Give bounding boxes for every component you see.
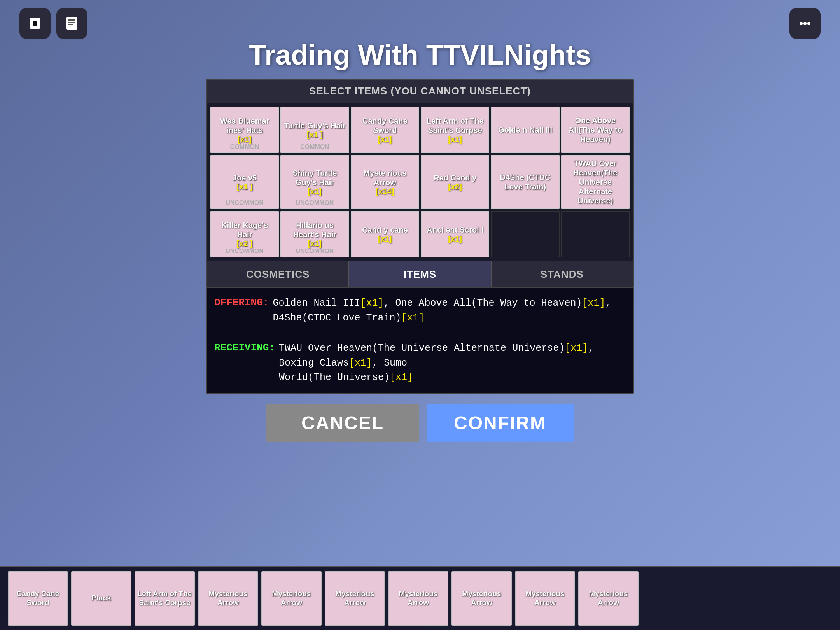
confirm-button[interactable]: CONFIRM bbox=[427, 404, 574, 442]
item-cell-0[interactable]: Wes Bluemar ines' Hats[x1]COMMON bbox=[210, 107, 279, 153]
left-icons bbox=[19, 8, 88, 39]
inventory-item-4[interactable]: Mysterious Arrow bbox=[261, 571, 322, 626]
item-name-9: Red Cand y bbox=[434, 173, 476, 182]
item-name-0: Wes Bluemar ines' Hats bbox=[214, 116, 276, 135]
offering-items: Golden Nail III[x1], One Above All(The W… bbox=[273, 296, 611, 325]
button-row: CANCEL CONFIRM bbox=[206, 394, 634, 450]
tab-bar: COSMETICS ITEMS STANDS bbox=[207, 261, 633, 287]
item-cell-17 bbox=[561, 211, 630, 257]
inventory-item-7[interactable]: Mysterious Arrow bbox=[452, 571, 512, 626]
item-rarity-13: UNCOMMON bbox=[281, 248, 348, 255]
item-cell-8[interactable]: Myste rious Arrow[x14] bbox=[351, 155, 419, 209]
item-name-13: Hillario us Heart's Hair bbox=[284, 220, 346, 239]
item-qty-1: [x1 ] bbox=[307, 130, 323, 139]
item-qty-15: [x1] bbox=[448, 234, 462, 243]
item-qty-0: [x1] bbox=[238, 135, 252, 144]
dialog-box: SELECT ITEMS (YOU CANNOT UNSELECT) Wes B… bbox=[206, 79, 634, 394]
item-rarity-7: UNCOMMON bbox=[281, 200, 348, 206]
notes-icon[interactable] bbox=[56, 8, 88, 39]
trade-info: OFFERING: Golden Nail III[x1], One Above… bbox=[207, 287, 633, 393]
roblox-icon[interactable] bbox=[19, 8, 51, 39]
item-cell-9[interactable]: Red Cand y[x2] bbox=[421, 155, 489, 209]
item-cell-4[interactable]: Golde n Nail III bbox=[491, 107, 559, 153]
item-cell-13[interactable]: Hillario us Heart's Hair[x1]UNCOMMON bbox=[280, 211, 349, 257]
tab-items[interactable]: ITEMS bbox=[349, 261, 491, 287]
item-rarity-6: UNCOMMON bbox=[211, 200, 278, 206]
item-cell-3[interactable]: Left Arm of The Saint's Corpse[x1] bbox=[421, 107, 489, 153]
svg-rect-1 bbox=[33, 21, 37, 26]
item-rarity-12: UNCOMMON bbox=[211, 248, 278, 255]
item-qty-14: [x1] bbox=[378, 234, 392, 243]
item-rarity-0: COMMON bbox=[211, 144, 278, 150]
select-header: SELECT ITEMS (YOU CANNOT UNSELECT) bbox=[207, 80, 633, 103]
item-qty-13: [x1] bbox=[308, 239, 322, 248]
item-name-6: Joe v5 bbox=[233, 173, 257, 182]
item-qty-12: [x2 ] bbox=[237, 239, 253, 248]
item-cell-12[interactable]: Killer Kage's Hair[x2 ]UNCOMMON bbox=[210, 211, 279, 257]
inventory-item-5[interactable]: Mysterious Arrow bbox=[325, 571, 385, 626]
receiving-items: TWAU Over Heaven(The Universe Alternate … bbox=[279, 341, 626, 385]
inventory-item-1[interactable]: Pluck bbox=[71, 571, 131, 626]
main-container: Trading With TTVILNights SELECT ITEMS (Y… bbox=[206, 39, 634, 450]
item-cell-7[interactable]: Shiny Turtle Guy's Hair[x1]UNCOMMON bbox=[280, 155, 349, 209]
top-bar bbox=[0, 8, 840, 39]
item-cell-10[interactable]: D4She (CTDC Love Train) bbox=[491, 155, 559, 209]
svg-point-6 bbox=[800, 22, 803, 25]
offering-row: OFFERING: Golden Nail III[x1], One Above… bbox=[207, 288, 633, 333]
item-cell-6[interactable]: Joe v5[x1 ]UNCOMMON bbox=[210, 155, 279, 209]
item-name-4: Golde n Nail III bbox=[498, 125, 552, 135]
inventory-item-2[interactable]: Left Arm of The Saint's Corpse bbox=[135, 571, 195, 626]
item-name-7: Shiny Turtle Guy's Hair bbox=[284, 168, 346, 187]
item-cell-1[interactable]: Turtle Guy's Hair[x1 ]COMMON bbox=[280, 107, 349, 153]
svg-point-8 bbox=[807, 22, 810, 25]
item-cell-14[interactable]: Cand y cane[x1] bbox=[351, 211, 419, 257]
item-name-5: One Above All(The Way to Heaven) bbox=[564, 116, 626, 144]
inventory-item-3[interactable]: Mysterious Arrow bbox=[198, 571, 258, 626]
item-qty-2: [x1] bbox=[378, 135, 392, 144]
item-name-2: Candy Cane Sword bbox=[354, 116, 416, 135]
menu-icon[interactable] bbox=[789, 8, 821, 39]
svg-point-7 bbox=[803, 22, 807, 25]
receiving-label: RECEIVING: bbox=[214, 341, 275, 354]
item-cell-5[interactable]: One Above All(The Way to Heaven) bbox=[561, 107, 630, 153]
item-name-15: Anci ent Scrol l bbox=[427, 225, 483, 234]
inventory-item-8[interactable]: Mysterious Arrow bbox=[515, 571, 575, 626]
svg-rect-4 bbox=[68, 22, 75, 23]
item-qty-3: [x1] bbox=[448, 135, 462, 144]
tab-stands[interactable]: STANDS bbox=[492, 261, 633, 287]
item-qty-8: [x14] bbox=[376, 187, 394, 196]
item-cell-15[interactable]: Anci ent Scrol l[x1] bbox=[421, 211, 489, 257]
inventory-bar: Candy Cane SwordPluckLeft Arm of The Sai… bbox=[0, 566, 840, 630]
item-name-10: D4She (CTDC Love Train) bbox=[494, 173, 556, 191]
offering-label: OFFERING: bbox=[214, 296, 269, 308]
item-cell-2[interactable]: Candy Cane Sword[x1] bbox=[351, 107, 419, 153]
item-name-3: Left Arm of The Saint's Corpse bbox=[424, 116, 486, 135]
inventory-item-6[interactable]: Mysterious Arrow bbox=[388, 571, 448, 626]
svg-rect-3 bbox=[68, 19, 75, 21]
item-name-11: TWAU Over Heaven(The Universe Alternate … bbox=[564, 159, 626, 205]
inventory-item-9[interactable]: Mysterious Arrow bbox=[578, 571, 639, 626]
receiving-row: RECEIVING: TWAU Over Heaven(The Universe… bbox=[207, 333, 633, 393]
item-qty-7: [x1] bbox=[308, 187, 322, 196]
item-cell-11[interactable]: TWAU Over Heaven(The Universe Alternate … bbox=[561, 155, 630, 209]
item-name-1: Turtle Guy's Hair bbox=[284, 121, 346, 130]
item-qty-9: [x2] bbox=[448, 182, 462, 191]
item-name-8: Myste rious Arrow bbox=[354, 168, 416, 187]
item-name-14: Cand y cane bbox=[362, 225, 408, 234]
inventory-item-0[interactable]: Candy Cane Sword bbox=[8, 571, 68, 626]
item-cell-16 bbox=[491, 211, 559, 257]
cancel-button[interactable]: CANCEL bbox=[266, 404, 419, 442]
items-grid: Wes Bluemar ines' Hats[x1]COMMONTurtle G… bbox=[207, 103, 633, 261]
svg-rect-2 bbox=[66, 17, 77, 30]
svg-rect-5 bbox=[68, 24, 73, 25]
item-rarity-1: COMMON bbox=[281, 144, 348, 150]
item-name-12: Killer Kage's Hair bbox=[214, 220, 276, 239]
page-title: Trading With TTVILNights bbox=[206, 39, 634, 71]
item-qty-6: [x1 ] bbox=[237, 182, 253, 191]
tab-cosmetics[interactable]: COSMETICS bbox=[207, 261, 349, 287]
